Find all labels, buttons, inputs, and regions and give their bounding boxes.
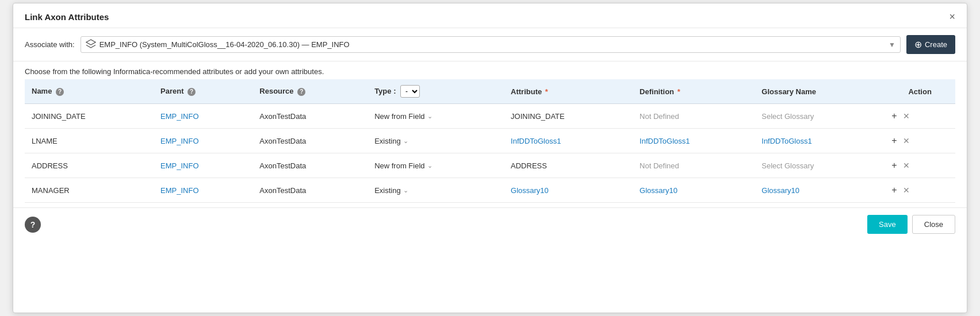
cell-type-2[interactable]: New from Field ⌄ (368, 153, 504, 178)
plus-circle-icon: ⊕ (914, 39, 922, 50)
info-text: Choose from the following Informatica-re… (13, 61, 967, 79)
cell-resource-1: AxonTestData (252, 129, 368, 153)
type-chevron-icon-3: ⌄ (403, 187, 408, 194)
table-body: JOINING_DATE EMP_INFO AxonTestData New f… (25, 104, 955, 203)
action-add-icon-1[interactable]: + (891, 136, 897, 146)
cell-glossary-2: Select Glossary (755, 153, 885, 178)
cell-parent-2[interactable]: EMP_INFO (154, 153, 252, 178)
cell-parent-0[interactable]: EMP_INFO (154, 104, 252, 129)
th-attribute: Attribute * (504, 79, 633, 104)
cell-glossary-3[interactable]: Glossary10 (755, 178, 885, 203)
create-label: Create (925, 40, 947, 49)
action-remove-icon-1[interactable]: ✕ (903, 136, 910, 145)
cell-definition-3[interactable]: Glossary10 (633, 178, 755, 203)
parent-help-icon[interactable]: ? (187, 88, 196, 96)
th-action: Action (885, 79, 955, 104)
cell-resource-2: AxonTestData (252, 153, 368, 178)
cell-attribute-2: ADDRESS (504, 153, 633, 178)
action-add-icon-2[interactable]: + (891, 160, 897, 171)
dialog-footer: ? Save Close (13, 207, 967, 241)
action-remove-icon-2[interactable]: ✕ (903, 161, 910, 170)
associate-value: EMP_INFO (System_MultiColGloss__16-04-20… (99, 40, 884, 49)
create-button[interactable]: ⊕ Create (906, 35, 955, 54)
footer-buttons: Save Close (867, 215, 955, 234)
cell-attribute-3[interactable]: Glossary10 (504, 178, 633, 203)
cell-resource-3: AxonTestData (252, 178, 368, 203)
table-row: LNAME EMP_INFO AxonTestData Existing ⌄ I… (25, 129, 955, 153)
action-add-icon-3[interactable]: + (891, 185, 897, 195)
layers-icon (86, 39, 96, 50)
resource-help-icon[interactable]: ? (297, 88, 305, 96)
action-remove-icon-0[interactable]: ✕ (903, 111, 910, 121)
cell-attribute-0: JOINING_DATE (504, 104, 633, 129)
dialog-title: Link Axon Attributes (25, 12, 109, 22)
th-glossary-name: Glossary Name (755, 79, 885, 104)
cell-glossary-1[interactable]: InfDDToGloss1 (755, 129, 885, 153)
action-remove-icon-3[interactable]: ✕ (903, 186, 910, 195)
associate-label: Associate with: (25, 40, 75, 49)
th-name: Name ? (25, 79, 154, 104)
cell-action-0: + ✕ (885, 104, 955, 129)
cell-parent-1[interactable]: EMP_INFO (154, 129, 252, 153)
dialog-close-icon[interactable]: × (949, 11, 955, 22)
type-chevron-icon-2: ⌄ (427, 162, 432, 169)
type-filter-select[interactable]: - (400, 85, 420, 98)
action-add-icon-0[interactable]: + (891, 111, 897, 121)
save-button[interactable]: Save (867, 215, 908, 234)
th-definition: Definition * (633, 79, 755, 104)
type-chevron-icon-0: ⌄ (427, 113, 432, 120)
th-parent: Parent ? (154, 79, 252, 104)
cell-parent-3[interactable]: EMP_INFO (154, 178, 252, 203)
cell-name-0: JOINING_DATE (25, 104, 154, 129)
name-help-icon[interactable]: ? (56, 88, 64, 96)
link-axon-attributes-dialog: Link Axon Attributes × Associate with: E… (13, 3, 967, 313)
type-value-3: Existing (374, 186, 401, 195)
cell-glossary-0: Select Glossary (755, 104, 885, 129)
cell-name-3: MANAGER (25, 178, 154, 203)
cell-definition-0: Not Defined (633, 104, 755, 129)
cell-type-3[interactable]: Existing ⌄ (368, 178, 504, 203)
table-wrapper: Name ? Parent ? Resource ? Type : - (13, 79, 967, 203)
cell-attribute-1[interactable]: InfDDToGloss1 (504, 129, 633, 153)
table-row: MANAGER EMP_INFO AxonTestData Existing ⌄… (25, 178, 955, 203)
table-header-row: Name ? Parent ? Resource ? Type : - (25, 79, 955, 104)
dialog-header: Link Axon Attributes × (13, 3, 967, 28)
type-value-0: New from Field (374, 112, 424, 121)
cell-name-1: LNAME (25, 129, 154, 153)
associate-chevron-icon: ▼ (889, 41, 895, 49)
footer-help-button[interactable]: ? (25, 217, 41, 233)
cell-action-2: + ✕ (885, 153, 955, 178)
cell-type-1[interactable]: Existing ⌄ (368, 129, 504, 153)
close-button[interactable]: Close (912, 215, 955, 234)
associate-select[interactable]: EMP_INFO (System_MultiColGloss__16-04-20… (81, 36, 901, 53)
th-resource: Resource ? (252, 79, 368, 104)
cell-action-1: + ✕ (885, 129, 955, 153)
cell-type-0[interactable]: New from Field ⌄ (368, 104, 504, 129)
cell-definition-2: Not Defined (633, 153, 755, 178)
type-chevron-icon-1: ⌄ (403, 137, 408, 145)
table-row: JOINING_DATE EMP_INFO AxonTestData New f… (25, 104, 955, 129)
cell-resource-0: AxonTestData (252, 104, 368, 129)
table-row: ADDRESS EMP_INFO AxonTestData New from F… (25, 153, 955, 178)
type-value-2: New from Field (374, 161, 424, 170)
cell-definition-1[interactable]: InfDDToGloss1 (633, 129, 755, 153)
th-type: Type : - (368, 79, 504, 104)
type-value-1: Existing (374, 137, 401, 145)
attributes-table: Name ? Parent ? Resource ? Type : - (25, 79, 955, 203)
associate-row: Associate with: EMP_INFO (System_MultiCo… (13, 28, 967, 61)
cell-action-3: + ✕ (885, 178, 955, 203)
cell-name-2: ADDRESS (25, 153, 154, 178)
